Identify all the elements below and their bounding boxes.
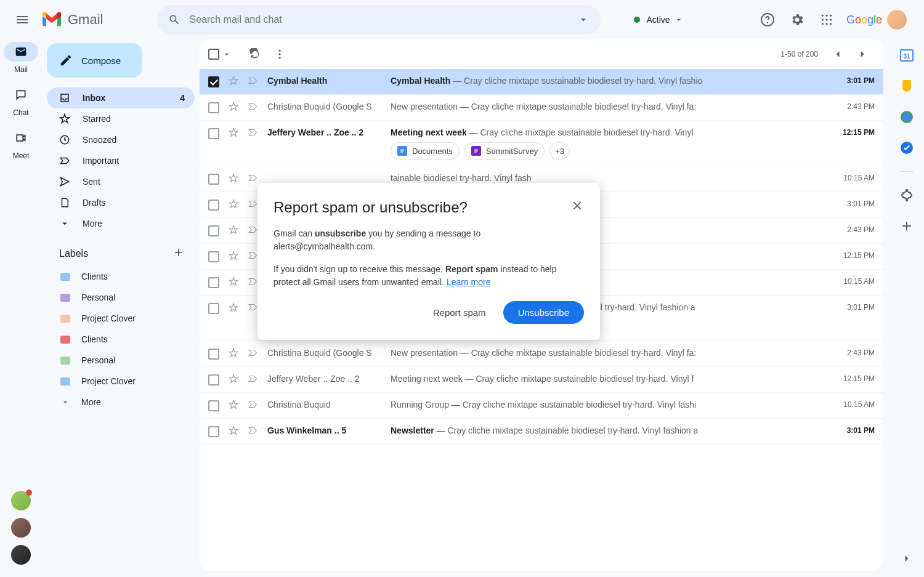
more-button[interactable]	[267, 42, 292, 67]
row-checkbox[interactable]	[208, 277, 219, 288]
settings-button[interactable]	[785, 7, 809, 32]
important-button[interactable]	[248, 425, 259, 438]
calendar-icon[interactable]: 31	[899, 48, 914, 63]
help-button[interactable]	[755, 7, 780, 32]
row-checkbox[interactable]	[208, 102, 219, 113]
keep-icon[interactable]	[899, 79, 914, 94]
nav-starred[interactable]: Starred	[47, 108, 195, 129]
nav-inbox[interactable]: Inbox 4	[47, 87, 195, 108]
label-item[interactable]: Clients	[47, 329, 195, 350]
rail-item-mail[interactable]: Mail	[4, 42, 38, 74]
subject: Meeting next week	[391, 374, 463, 384]
draft-icon	[59, 197, 71, 208]
search-options-icon[interactable]	[571, 7, 596, 32]
star-button[interactable]	[228, 224, 239, 237]
rail-item-meet[interactable]: Meet	[4, 128, 38, 160]
row-checkbox[interactable]	[208, 76, 219, 87]
email-row[interactable]: Gus Winkelman .. 5 Newsletter — Cray cli…	[200, 419, 883, 445]
tasks-icon[interactable]	[899, 110, 914, 124]
important-button[interactable]	[248, 101, 259, 114]
star-button[interactable]	[228, 75, 239, 88]
sidebar: Compose Inbox 4 Starred Snoozed Importan…	[42, 39, 200, 577]
email-row[interactable]: Cymbal Health Cymbal Health — Cray clich…	[200, 69, 883, 95]
addons-icon[interactable]	[899, 188, 914, 203]
star-button[interactable]	[228, 101, 239, 114]
star-button[interactable]	[228, 172, 239, 185]
label-item[interactable]: Project Clover	[47, 308, 195, 329]
menu-button[interactable]	[7, 5, 37, 34]
contacts-icon[interactable]	[899, 140, 914, 155]
row-checkbox[interactable]	[208, 374, 219, 385]
attachment-chip[interactable]: SummitSurvey	[464, 142, 545, 159]
report-spam-button[interactable]: Report spam	[428, 301, 491, 324]
nav-drafts[interactable]: Drafts	[47, 192, 195, 213]
nav-snoozed[interactable]: Snoozed	[47, 129, 195, 150]
label-item[interactable]: Personal	[47, 287, 195, 308]
star-button[interactable]	[228, 198, 239, 211]
label-name: Personal	[81, 355, 115, 365]
label-item[interactable]: Personal	[47, 350, 195, 371]
refresh-button[interactable]	[243, 42, 267, 67]
email-row[interactable]: Christina Buquid (Google S New presentat…	[200, 95, 883, 121]
chat-avatar-3[interactable]	[11, 545, 31, 565]
attachment-chip[interactable]: Documents	[391, 142, 460, 159]
chat-avatar-2[interactable]	[11, 518, 31, 538]
important-button[interactable]	[248, 347, 259, 360]
gmail-logo-text: Gmail	[68, 12, 103, 28]
row-checkbox[interactable]	[208, 400, 219, 411]
star-button[interactable]	[228, 127, 239, 140]
labels-more[interactable]: More	[47, 392, 195, 413]
star-button[interactable]	[228, 399, 239, 412]
add-icon[interactable]	[899, 219, 914, 233]
star-button[interactable]	[228, 425, 239, 438]
search-bar[interactable]	[157, 5, 601, 34]
star-button[interactable]	[228, 347, 239, 360]
compose-button[interactable]: Compose	[47, 43, 142, 78]
email-row[interactable]: Christina Buquid Running Group — Cray cl…	[200, 393, 883, 419]
email-row[interactable]: Jeffery Weber .. Zoe .. 2 Meeting next w…	[200, 121, 883, 166]
row-checkbox[interactable]	[208, 128, 219, 139]
row-checkbox[interactable]	[208, 225, 219, 236]
apps-button[interactable]	[814, 7, 839, 32]
search-input[interactable]	[187, 14, 571, 25]
star-button[interactable]	[228, 373, 239, 386]
nav-more[interactable]: More	[47, 213, 195, 234]
important-button[interactable]	[248, 75, 259, 88]
unsubscribe-button[interactable]: Unsubscribe	[503, 301, 584, 324]
row-checkbox[interactable]	[208, 200, 219, 211]
next-page-button[interactable]	[850, 42, 875, 67]
nav-sent[interactable]: Sent	[47, 171, 195, 192]
chevron-down-icon	[60, 397, 70, 407]
add-label-button[interactable]	[172, 246, 185, 261]
label-item[interactable]: Clients	[47, 266, 195, 287]
status-chip[interactable]: Active	[625, 7, 692, 32]
email-row[interactable]: Jeffery Weber .. Zoe .. 2 Meeting next w…	[200, 367, 883, 393]
star-button[interactable]	[228, 276, 239, 289]
gmail-logo[interactable]: Gmail	[41, 11, 103, 28]
row-checkbox[interactable]	[208, 174, 219, 185]
email-row[interactable]: Christina Buquid (Google S New presentat…	[200, 341, 883, 367]
collapse-panel-button[interactable]	[901, 552, 913, 565]
nav-important[interactable]: Important	[47, 150, 195, 171]
chat-avatar-1[interactable]	[11, 491, 31, 510]
account-button[interactable]: Google	[844, 7, 912, 32]
learn-more-link[interactable]: Learn more	[447, 277, 491, 287]
important-button[interactable]	[248, 127, 259, 140]
important-button[interactable]	[248, 399, 259, 412]
star-button[interactable]	[228, 250, 239, 263]
dialog-close-button[interactable]	[570, 199, 584, 215]
select-all-checkbox[interactable]	[208, 49, 232, 60]
rail-item-chat[interactable]: Chat	[4, 85, 38, 117]
star-button[interactable]	[228, 302, 239, 315]
row-checkbox[interactable]	[208, 303, 219, 314]
row-checkbox[interactable]	[208, 349, 219, 360]
row-checkbox[interactable]	[208, 251, 219, 262]
prev-page-button[interactable]	[825, 42, 850, 67]
important-button[interactable]	[248, 172, 259, 185]
attachment-more[interactable]: +3	[549, 142, 570, 159]
important-button[interactable]	[248, 373, 259, 386]
row-checkbox[interactable]	[208, 426, 219, 437]
label-item[interactable]: Project Clover	[47, 371, 195, 392]
search-icon[interactable]	[162, 7, 187, 32]
row-body: Newsletter — Cray cliche mixtape sustain…	[391, 425, 832, 435]
